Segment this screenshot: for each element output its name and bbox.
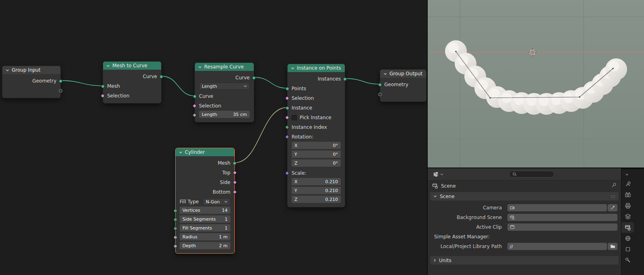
socket-radius-input[interactable]	[174, 236, 177, 239]
properties-tab-scene[interactable]	[621, 222, 634, 233]
depth-field[interactable]: Depth2 m	[180, 242, 230, 249]
node-link-geometry-mesh[interactable]	[61, 81, 103, 86]
editor-type-button[interactable]	[431, 170, 445, 178]
background-scene-field[interactable]	[507, 214, 617, 221]
properties-tab-world[interactable]	[621, 233, 634, 244]
side-segments-field[interactable]: Side Segments1	[180, 215, 230, 223]
radius-field[interactable]: Radius1 m	[180, 233, 230, 240]
active-clip-field[interactable]	[507, 223, 617, 231]
camera-label: Camera	[430, 205, 507, 211]
node-title: Cylinder	[185, 149, 205, 155]
properties-tab-view-layer[interactable]	[621, 211, 634, 222]
pin-icon[interactable]	[611, 182, 617, 189]
node-link-shadow	[345, 79, 380, 84]
socket-instance-index-input[interactable]	[285, 125, 289, 129]
node-resample-curve[interactable]: Resample Curve Curve Length Curve	[195, 62, 254, 122]
checkbox-label: Pick Instance	[300, 115, 331, 120]
breadcrumb-label[interactable]: Scene	[441, 183, 456, 189]
rotation-y-field[interactable]: Y0°	[292, 151, 341, 158]
node-header[interactable]: Mesh to Curve	[103, 62, 161, 70]
node-header[interactable]: Group Output	[380, 70, 426, 78]
socket-instance-input[interactable]	[286, 106, 289, 110]
node-title: Resample Curve	[204, 64, 244, 70]
node-link-curve-curve[interactable]	[162, 76, 195, 96]
node-instance-on-points[interactable]: Instance on Points Instances Points Sele…	[287, 64, 345, 207]
socket-depth-input[interactable]	[174, 244, 177, 248]
node-link-curve-points[interactable]	[254, 77, 287, 88]
socket-fill-segments-input[interactable]	[174, 227, 177, 230]
node-group-input[interactable]: Group Input Geometry	[2, 66, 61, 98]
eyedropper-button[interactable]	[608, 204, 617, 211]
properties-tab-output[interactable]	[621, 201, 634, 211]
node-header[interactable]: Group Input	[2, 66, 60, 74]
browse-folder-button[interactable]	[608, 243, 617, 250]
chevron-down-icon[interactable]	[621, 170, 644, 178]
properties-tab-modifiers[interactable]	[621, 255, 634, 265]
socket-selection-input[interactable]	[192, 103, 197, 108]
socket-geometry-input[interactable]	[378, 83, 382, 87]
socket-selection-input[interactable]	[285, 96, 289, 100]
node-link-instances-geometry[interactable]	[345, 79, 380, 84]
socket-instances-output[interactable]	[343, 77, 347, 81]
fill-type-label: Fill Type	[180, 199, 199, 205]
socket-label: Selection	[292, 95, 314, 101]
search-text[interactable]	[518, 172, 551, 177]
node-mesh-to-curve[interactable]: Mesh to Curve Curve Mesh Selection	[103, 61, 162, 103]
scale-x-field[interactable]: X0.210	[292, 178, 341, 185]
camera-field[interactable]	[507, 204, 607, 211]
fill-segments-field[interactable]: Fill Segments1	[180, 224, 230, 232]
geometry-nodes-editor[interactable]: Group Input Geometry Mesh to Curve Cur	[0, 0, 427, 275]
chevron-down-icon	[179, 151, 182, 154]
vertices-field[interactable]: Vertices14	[180, 207, 230, 214]
socket-geometry-output[interactable]	[59, 79, 62, 83]
socket-virtual[interactable]	[378, 93, 382, 96]
node-group-output[interactable]: Group Output Geometry	[380, 69, 427, 102]
pick-instance-checkbox[interactable]	[292, 115, 297, 120]
layers-icon	[625, 213, 631, 220]
socket-points-input[interactable]	[286, 87, 289, 91]
properties-tab-object[interactable]	[621, 244, 634, 254]
properties-tab-strip	[621, 168, 644, 275]
library-path-field[interactable]: //	[507, 243, 607, 250]
socket-label: Mesh	[217, 160, 230, 166]
socket-pick-instance-input[interactable]	[285, 115, 289, 120]
scale-z-field[interactable]: Z0.210	[292, 196, 341, 203]
socket-length-input[interactable]	[192, 113, 197, 117]
node-cylinder[interactable]: Cylinder Mesh Top Side Bottom	[175, 148, 235, 254]
socket-mesh-input[interactable]	[101, 85, 105, 88]
drag-handle-icon[interactable]	[611, 194, 615, 199]
socket-virtual[interactable]	[59, 89, 62, 93]
properties-tab-tool[interactable]	[621, 179, 634, 189]
socket-vertices-input[interactable]	[174, 209, 177, 213]
rotation-x-field[interactable]: X0°	[292, 142, 341, 149]
properties-tab-render[interactable]	[621, 190, 634, 200]
resample-mode-dropdown[interactable]: Length	[199, 83, 250, 90]
socket-rotation-input[interactable]	[285, 134, 289, 139]
socket-side-segments-input[interactable]	[174, 218, 177, 221]
scene-panel-header[interactable]: Scene	[430, 192, 619, 201]
socket-top-output[interactable]	[232, 170, 237, 175]
socket-curve-output[interactable]	[252, 76, 256, 80]
asset-manager-label: Simple Asset Manager:	[428, 232, 621, 242]
socket-label: Scale:	[292, 170, 306, 176]
node-header[interactable]: Instance on Points	[288, 64, 345, 72]
node-header[interactable]: Resample Curve	[195, 63, 254, 71]
socket-scale-input[interactable]	[285, 171, 289, 175]
socket-curve-input[interactable]	[193, 95, 197, 98]
node-title: Group Output	[389, 71, 422, 77]
socket-side-output[interactable]	[232, 180, 237, 184]
units-panel-header[interactable]: Units	[430, 256, 619, 265]
socket-bottom-output[interactable]	[232, 190, 237, 194]
properties-editor: Scene Scene Camera	[427, 168, 621, 275]
socket-mesh-output[interactable]	[233, 161, 236, 165]
rotation-z-field[interactable]: Z0°	[292, 159, 341, 167]
length-field[interactable]: Length 35 cm	[199, 111, 250, 118]
node-header[interactable]: Cylinder	[176, 148, 234, 156]
socket-curve-output[interactable]	[159, 75, 163, 79]
socket-selection-input[interactable]	[100, 93, 105, 98]
fill-type-dropdown[interactable]: N-Gon	[203, 198, 230, 205]
3d-viewport[interactable]	[427, 0, 644, 168]
socket-label: Instances	[318, 76, 341, 82]
scale-y-field[interactable]: Y0.210	[292, 187, 341, 194]
search-input[interactable]	[509, 171, 554, 178]
